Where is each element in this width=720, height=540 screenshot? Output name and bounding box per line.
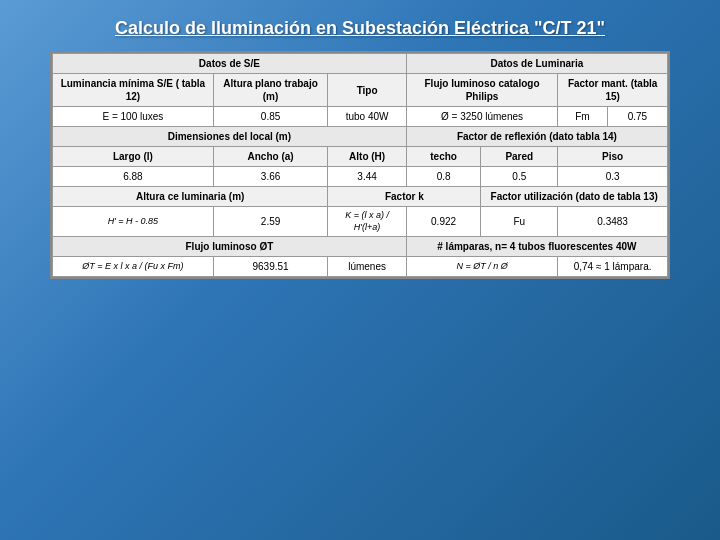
- val-flujo-unit: lúmenes: [328, 257, 406, 277]
- col-largo: Largo (l): [53, 147, 214, 167]
- section-datos-luminaria: Datos de Luminaria: [406, 54, 667, 74]
- val-fm-label: Fm: [558, 107, 608, 127]
- val-tipo: tubo 40W: [328, 107, 406, 127]
- col-flujo-header: Flujo luminoso catalogo Philips: [406, 74, 557, 107]
- col-techo: techo: [406, 147, 481, 167]
- col-alto: Alto (H): [328, 147, 406, 167]
- section-datos-se: Datos de S/E: [53, 54, 407, 74]
- calculation-table-container: Datos de S/E Datos de Luminaria Luminanc…: [50, 51, 670, 279]
- col-factor-mant-header: Factor mant. (tabla 15): [558, 74, 668, 107]
- col-altura-header: Altura plano trabajo (m): [213, 74, 328, 107]
- ref-header: Factor de reflexión (dato tabla 14): [406, 127, 667, 147]
- val-flujo-result: 9639.51: [213, 257, 328, 277]
- col-piso: Piso: [558, 147, 668, 167]
- col-tipo-header: Tipo: [328, 74, 406, 107]
- col-alt-lum: Altura ce luminaria (m): [53, 187, 328, 207]
- val-h: 2.59: [213, 207, 328, 237]
- col-luminancia-header: Luminancia mínima S/E ( tabla 12): [53, 74, 214, 107]
- formula-n: N = ØT / n Ø: [406, 257, 557, 277]
- col-factor-k: Factor k: [328, 187, 481, 207]
- val-e: E = 100 luxes: [53, 107, 214, 127]
- val-largo: 6.88: [53, 167, 214, 187]
- val-ancho: 3.66: [213, 167, 328, 187]
- formula-flujo: ØT = E x l x a / (Fu x Fm): [53, 257, 214, 277]
- val-alto: 3.44: [328, 167, 406, 187]
- formula-h: H' = H - 0.85: [53, 207, 214, 237]
- col-factor-util: Factor utilización (dato de tabla 13): [481, 187, 668, 207]
- col-fu-label: Fu: [481, 207, 558, 237]
- val-flujo: Ø = 3250 lúmenes: [406, 107, 557, 127]
- flujo-header: Flujo luminoso ØT: [53, 237, 407, 257]
- val-altura: 0.85: [213, 107, 328, 127]
- dim-header: Dimensiones del local (m): [53, 127, 407, 147]
- col-pared: Pared: [481, 147, 558, 167]
- val-fu: 0.3483: [558, 207, 668, 237]
- val-pared: 0.5: [481, 167, 558, 187]
- val-k: 0.922: [406, 207, 481, 237]
- col-ancho: Ancho (a): [213, 147, 328, 167]
- val-techo: 0.8: [406, 167, 481, 187]
- formula-k: K = (l x a) / H'(l+a): [328, 207, 406, 237]
- page-title: Calculo de Iluminación en Subestación El…: [115, 18, 605, 39]
- val-fm-num: 0.75: [607, 107, 667, 127]
- val-piso: 0.3: [558, 167, 668, 187]
- lamparas-header: # lámparas, n= 4 tubos fluorescentes 40W: [406, 237, 667, 257]
- val-n-result: 0,74 ≈ 1 lámpara.: [558, 257, 668, 277]
